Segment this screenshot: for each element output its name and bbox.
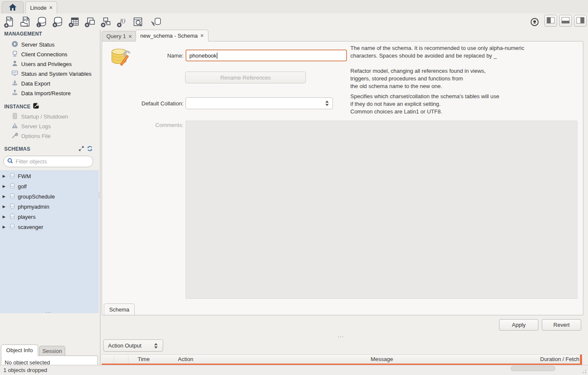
schema-name: golf xyxy=(18,183,27,190)
schema-row-golf[interactable]: ▶ golf xyxy=(0,181,99,191)
tab-new-schema[interactable]: new_schema - Schema × xyxy=(136,30,208,41)
database-icon xyxy=(9,173,15,180)
svg-text:f(): f() xyxy=(120,18,125,24)
revert-button[interactable]: Revert xyxy=(542,319,581,331)
search-data-icon[interactable] xyxy=(131,15,145,29)
tab-label: Schema xyxy=(109,306,130,313)
sidebar-item-server-logs[interactable]: Server Logs xyxy=(0,121,99,131)
expander-icon[interactable]: ▶ xyxy=(3,194,7,199)
sidebar-item-server-status[interactable]: Server Status xyxy=(0,40,99,50)
tab-label: Object Info xyxy=(6,347,33,353)
output-splitter-handle[interactable] xyxy=(338,336,343,337)
expander-icon[interactable]: ▶ xyxy=(3,174,7,178)
close-icon[interactable]: × xyxy=(49,5,53,11)
search-icon xyxy=(7,158,13,165)
button-label: Rename References xyxy=(220,74,271,81)
new-sql-tab-icon[interactable]: SQL xyxy=(3,15,16,29)
toggle-bottom-panel-button[interactable] xyxy=(559,15,572,27)
schema-row-groupschedule[interactable]: ▶ groupSchedule xyxy=(0,191,99,201)
comments-textarea[interactable] xyxy=(186,121,577,299)
name-label: Name: xyxy=(128,52,183,59)
sidebar-splitter-handle[interactable] xyxy=(46,312,51,313)
tab-schema-bottom[interactable]: Schema xyxy=(104,303,135,315)
column-duration-fetch[interactable]: Duration / Fetch xyxy=(540,356,581,362)
spinner-icon xyxy=(154,343,158,348)
rename-help-text: Refactor model, changing all references … xyxy=(350,67,588,90)
create-schema-icon[interactable] xyxy=(51,15,64,29)
sidebar-divider[interactable] xyxy=(100,30,100,365)
sidebar-item-label: Users and Privileges xyxy=(21,61,72,67)
database-icon xyxy=(9,193,15,200)
tab-label: Query 1 xyxy=(106,33,126,39)
expander-icon[interactable]: ▶ xyxy=(3,215,7,219)
expand-schemas-icon[interactable] xyxy=(78,146,84,153)
schema-row-scavenger[interactable]: ▶ scavenger xyxy=(0,222,99,232)
create-procedure-icon[interactable] xyxy=(99,15,113,29)
expander-icon[interactable]: ▶ xyxy=(3,225,7,229)
schema-name: FWM xyxy=(18,173,31,179)
connection-tab-linode[interactable]: Linode × xyxy=(25,1,57,14)
database-icon xyxy=(9,183,15,190)
svg-text:SQL: SQL xyxy=(7,18,12,22)
create-function-icon[interactable]: f() xyxy=(115,15,129,29)
name-input[interactable]: phonebook xyxy=(186,50,347,61)
helper-wheel-icon[interactable] xyxy=(528,15,541,29)
reconnect-dbms-icon[interactable] xyxy=(149,15,163,29)
schema-row-players[interactable]: ▶ players xyxy=(0,212,99,222)
sidebar-item-label: Status and System Variables xyxy=(21,71,92,77)
collation-select[interactable] xyxy=(186,97,333,109)
schema-filter-input[interactable] xyxy=(16,158,83,165)
close-icon[interactable]: × xyxy=(200,33,204,39)
collation-label: Default Collation: xyxy=(128,100,183,107)
sidebar-item-data-import[interactable]: Data Import/Restore xyxy=(0,88,99,98)
sidebar-item-users-privileges[interactable]: Users and Privileges xyxy=(0,59,99,69)
button-label: Revert xyxy=(553,322,569,328)
schema-wrench-icon xyxy=(110,47,133,71)
tab-session[interactable]: Session xyxy=(39,346,65,356)
open-sql-script-icon[interactable]: SQL xyxy=(19,15,32,29)
schema-row-fwm[interactable]: ▶ FWM xyxy=(0,171,99,181)
create-view-icon[interactable] xyxy=(83,15,97,29)
bottom-panel-icon xyxy=(561,17,570,25)
home-icon xyxy=(8,3,17,12)
select-label: Action Output xyxy=(108,342,141,349)
toggle-left-panel-button[interactable] xyxy=(544,15,557,27)
status-text: 1 objects dropped xyxy=(3,367,47,373)
server-logs-icon xyxy=(11,122,18,130)
toggle-right-panel-button[interactable] xyxy=(574,15,587,27)
expander-icon[interactable]: ▶ xyxy=(3,204,7,209)
schema-inspector-icon[interactable]: i xyxy=(35,15,48,29)
system-variables-icon xyxy=(11,70,18,78)
column-time[interactable]: Time xyxy=(138,356,150,362)
sidebar-item-options-file[interactable]: Options File xyxy=(0,131,99,141)
svg-text:SQL: SQL xyxy=(23,18,29,22)
action-output-select[interactable]: Action Output xyxy=(103,339,163,352)
rename-references-button[interactable]: Rename References xyxy=(185,72,306,83)
apply-button[interactable]: Apply xyxy=(499,319,538,331)
schema-row-phpmyadmin[interactable]: ▶ phpmyadmin xyxy=(0,201,99,212)
name-value: phonebook xyxy=(189,52,216,59)
database-icon xyxy=(9,223,15,231)
expander-icon[interactable]: ▶ xyxy=(3,184,7,188)
sidebar-item-startup-shutdown[interactable]: Startup / Shutdown xyxy=(0,112,99,121)
schema-editor-panel: Name: phonebook The name of the schema. … xyxy=(102,41,583,315)
horizontal-scrollbar-thumb[interactable] xyxy=(510,366,555,371)
sidebar-item-data-export[interactable]: Data Export xyxy=(0,79,99,88)
sidebar-item-system-variables[interactable]: Status and System Variables xyxy=(0,69,99,79)
column-message[interactable]: Message xyxy=(371,356,393,362)
home-tab[interactable] xyxy=(2,1,24,14)
create-table-icon[interactable] xyxy=(67,15,80,29)
sidebar-divider-handle[interactable] xyxy=(99,193,100,198)
sidebar-item-client-connections[interactable]: Client Connections xyxy=(0,50,99,59)
close-icon[interactable]: × xyxy=(128,33,132,39)
main-toolbar: SQL SQL i f() xyxy=(0,14,588,30)
text-caret xyxy=(217,52,217,59)
refresh-schemas-icon[interactable] xyxy=(87,146,93,153)
options-file-icon xyxy=(11,132,18,140)
column-action[interactable]: Action xyxy=(178,356,193,362)
navigator-sidebar: MANAGEMENT Server Status Client Connecti… xyxy=(0,30,99,365)
collation-help-text: Specifies which charset/collation the sc… xyxy=(350,93,588,116)
output-table-header: Time Action Message Duration / Fetch xyxy=(102,354,584,364)
tab-query-1[interactable]: Query 1 × xyxy=(102,31,136,41)
tab-object-info[interactable]: Object Info xyxy=(1,345,38,356)
